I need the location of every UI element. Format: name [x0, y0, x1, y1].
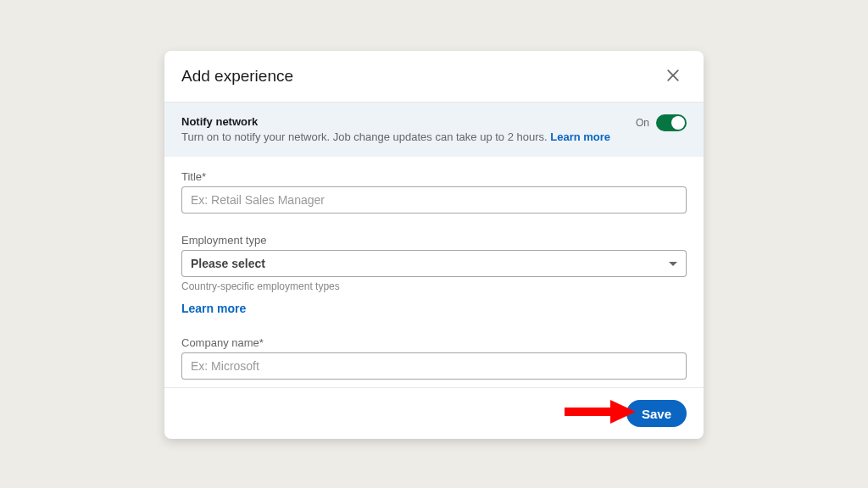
close-button[interactable] [659, 63, 687, 90]
employment-type-select[interactable]: Please select [181, 250, 687, 277]
modal-header: Add experience [164, 51, 704, 103]
employment-learn-more-row: Learn more [181, 301, 687, 316]
add-experience-modal: Add experience Notify network Turn on to… [164, 51, 704, 439]
employment-type-label: Employment type [181, 234, 687, 247]
title-field-group: Title* [181, 170, 687, 214]
company-input[interactable] [181, 352, 687, 380]
title-label: Title* [181, 170, 687, 183]
notify-toggle[interactable] [656, 114, 687, 131]
notify-toggle-wrap: On [636, 114, 687, 131]
notify-learn-more-link[interactable]: Learn more [550, 130, 610, 143]
notify-network-bar: Notify network Turn on to notify your ne… [164, 103, 704, 157]
save-button[interactable]: Save [626, 400, 687, 427]
close-icon [665, 67, 682, 86]
title-input[interactable] [181, 186, 687, 214]
form-area: Title* Employment type Please select Cou… [164, 157, 704, 387]
employment-field-group: Employment type Please select Country-sp… [181, 234, 687, 316]
company-label: Company name* [181, 336, 687, 349]
notify-description: Turn on to notify your network. Job chan… [181, 130, 550, 143]
toggle-state-label: On [636, 117, 649, 129]
modal-footer: Save [164, 387, 704, 439]
caret-down-icon [669, 262, 677, 266]
company-field-group: Company name* [181, 336, 687, 380]
employment-selected-text: Please select [191, 257, 265, 270]
modal-body[interactable]: Notify network Turn on to notify your ne… [164, 103, 704, 387]
employment-learn-more-link[interactable]: Learn more [181, 302, 246, 315]
notify-heading: Notify network [181, 114, 610, 130]
notify-text: Notify network Turn on to notify your ne… [181, 114, 610, 145]
modal-title: Add experience [181, 67, 293, 86]
employment-helper-text: Country-specific employment types [181, 280, 687, 292]
